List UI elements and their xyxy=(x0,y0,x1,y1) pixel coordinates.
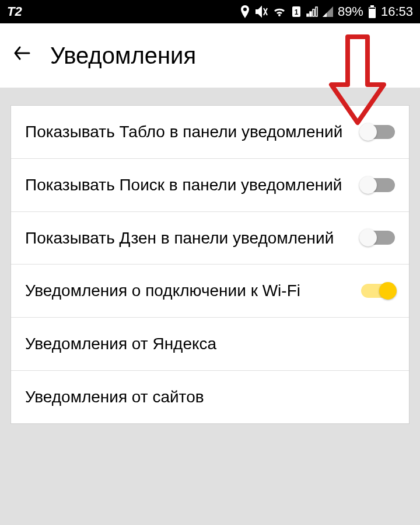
toggle-knob xyxy=(379,282,397,300)
svg-text:1: 1 xyxy=(295,8,299,16)
status-bar: T2 1 89% 16:53 xyxy=(0,0,420,23)
setting-label: Уведомления о подключении к Wi-Fi xyxy=(25,280,349,302)
toggle-knob xyxy=(359,229,377,246)
setting-label: Показывать Табло в панели уведомлений xyxy=(25,121,349,143)
wifi-icon xyxy=(272,6,286,18)
status-icons: 1 89% 16:53 xyxy=(240,4,413,19)
toggle-wifi[interactable] xyxy=(361,284,395,298)
setting-wifi-notification[interactable]: Уведомления о подключении к Wi-Fi xyxy=(11,265,409,318)
setting-tablo-notification[interactable]: Показывать Табло в панели уведомлений xyxy=(11,106,409,159)
setting-label: Показывать Поиск в панели уведомлений xyxy=(25,174,349,196)
back-arrow-icon[interactable] xyxy=(12,43,33,69)
svg-rect-2 xyxy=(370,5,374,7)
signal1-icon xyxy=(306,6,318,17)
app-header: Уведомления xyxy=(0,23,420,88)
location-icon xyxy=(240,5,250,18)
toggle-knob xyxy=(359,123,377,141)
setting-zen-notification[interactable]: Показывать Дзен в панели уведомлений xyxy=(11,212,409,265)
page-title: Уведомления xyxy=(50,43,196,69)
sim-icon: 1 xyxy=(291,5,302,18)
setting-search-notification[interactable]: Показывать Поиск в панели уведомлений xyxy=(11,159,409,212)
svg-rect-4 xyxy=(369,8,375,9)
setting-label: Уведомления от Яндекса xyxy=(25,333,395,355)
setting-label: Показывать Дзен в панели уведомлений xyxy=(25,227,349,249)
toggle-knob xyxy=(359,176,377,194)
signal2-icon xyxy=(323,6,333,17)
content-area: Показывать Табло в панели уведомлений По… xyxy=(0,88,420,525)
toggle-tablo[interactable] xyxy=(361,125,395,139)
toggle-zen[interactable] xyxy=(361,231,395,245)
setting-label: Уведомления от сайтов xyxy=(25,386,395,408)
carrier-label: T2 xyxy=(7,4,22,19)
setting-yandex-notifications[interactable]: Уведомления от Яндекса xyxy=(11,318,409,371)
battery-icon xyxy=(368,5,376,18)
settings-panel: Показывать Табло в панели уведомлений По… xyxy=(10,105,410,424)
mute-icon xyxy=(255,5,268,18)
time-label: 16:53 xyxy=(381,4,413,19)
toggle-search[interactable] xyxy=(361,178,395,192)
setting-site-notifications[interactable]: Уведомления от сайтов xyxy=(11,371,409,423)
battery-pct: 89% xyxy=(338,4,363,19)
